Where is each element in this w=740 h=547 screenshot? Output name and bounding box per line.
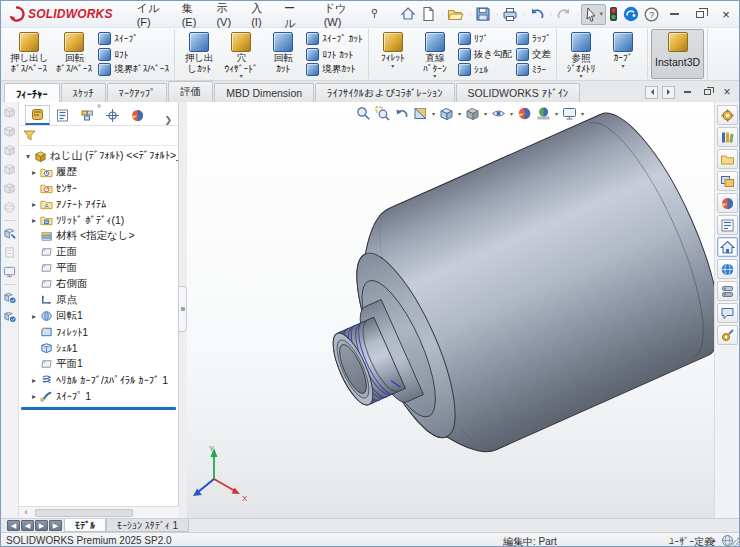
tree-item-revolve1[interactable]: ▸ 回転1 [19,308,178,324]
motion-study-tab[interactable]: ﾓｰｼｮﾝ ｽﾀﾃﾞｨ 1 [106,519,189,532]
chevron-down-icon[interactable]: ▾ [432,110,435,117]
graphics-viewport[interactable]: Y X ▾ ▾ ▾ ▾ ▾ ▾ [187,102,716,518]
view-palette-icon[interactable] [717,171,738,191]
view-orientation-button[interactable] [438,105,455,122]
apply-scene-button[interactable] [535,105,552,122]
lofted-boss-button[interactable]: ﾛﾌﾄ [98,47,169,62]
expand-arrow-icon[interactable]: ▸ [29,216,39,225]
tree-item-plane1[interactable]: 平面1 [19,356,178,372]
hide-show-items-button[interactable] [490,105,507,122]
shell-button[interactable]: ｼｪﾙ [458,62,512,77]
ghost-sheet-icon[interactable] [3,246,16,259]
view-settings-button[interactable] [561,105,578,122]
lofted-cut-button[interactable]: ﾛﾌﾄ ｶｯﾄ [306,47,363,62]
print-button[interactable] [500,5,520,24]
revolved-cut-button[interactable]: 回転 ｶｯﾄ [262,29,304,79]
wrap-button[interactable]: ﾗｯﾌﾟ [516,31,551,46]
swept-cut-button[interactable]: ｽｲｰﾌﾟ ｶｯﾄ [306,31,363,46]
revolved-boss-base-button[interactable]: 回転 ﾎﾞｽ/ﾍﾞｰｽ [52,29,96,79]
tab-mbd-dimension[interactable]: MBD Dimension [214,83,314,102]
scroll-left-arrow[interactable]: ‹ [19,507,33,518]
dropdown-dot[interactable]: · [575,10,580,19]
last-tab-button[interactable]: ▶ [49,520,62,531]
expand-arrow-icon[interactable]: ▸ [29,200,39,209]
tab-scroll-right-button[interactable] [662,86,675,99]
boundary-cut-button[interactable]: 境界ｶｯﾄ [306,62,363,77]
dropdown-dot[interactable]: · [494,10,499,19]
dropdown-dot[interactable]: · [548,10,553,19]
design-library-icon[interactable] [717,127,738,147]
rebuild-traffic-light-button[interactable] [607,4,620,24]
expand-arrow-icon[interactable]: ▸ [29,392,39,401]
hole-wizard-button[interactable]: 穴 ｳｨｻﾞｰﾄﾞ [220,29,262,79]
chevron-down-icon[interactable]: ▾ [581,110,584,117]
panel-collapse-tab[interactable] [179,286,187,332]
expand-arrow-icon[interactable]: ▸ [29,376,39,385]
chevron-down-icon[interactable]: ▾ [458,110,461,117]
zoom-to-area-button[interactable] [374,105,391,122]
tree-item-history[interactable]: ▸ 履歴 [19,164,178,180]
redo-button[interactable] [554,5,574,23]
chevron-down-icon[interactable]: ▾ [555,110,558,117]
expand-arrow-icon[interactable]: ▾ [23,152,33,161]
appearances-scenes-icon[interactable] [717,193,738,213]
extruded-boss-base-button[interactable]: 押し出し ﾎﾞｽ/ﾍﾞｰｽ [6,29,52,79]
minimize-button[interactable] [661,3,687,25]
expand-arrow-icon[interactable]: ▸ [29,168,39,177]
custom-properties-icon[interactable] [717,215,738,235]
panel-splitter[interactable] [179,102,187,518]
chevron-down-icon[interactable]: ▾ [510,110,513,117]
fillet-button[interactable]: ﾌｨﾚｯﾄ [372,29,414,79]
intersect-button[interactable]: 交差 [516,47,551,62]
scrollbar-track[interactable] [33,508,173,518]
solidworks-forum-icon[interactable] [717,303,738,323]
chevron-down-icon[interactable]: ▾ [484,110,487,117]
3dexperience-icon[interactable] [717,259,738,279]
select-arrow-button[interactable]: ▾ [581,4,606,25]
tree-item-shell1[interactable]: ｼｪﾙ1 [19,340,178,356]
close-button[interactable]: × [713,3,739,25]
compare-bodies-icon[interactable] [3,310,16,323]
model-tab[interactable]: ﾓﾃﾞﾙ [64,519,106,532]
first-tab-button[interactable]: ◀ [7,520,20,531]
tab-scroll-left-button[interactable] [645,86,658,99]
preview-window-icon[interactable] [3,265,16,278]
dropdown-dot[interactable]: · [439,10,444,19]
swept-boss-button[interactable]: ｽｲｰﾌﾟ [98,31,169,46]
tree-item-sweep1[interactable]: ▸ ｽｲｰﾌﾟ 1 [19,388,178,404]
scrollbar-thumb[interactable] [35,509,133,517]
manager-tabs-overflow[interactable]: ❯ [160,115,176,125]
tree-root-item[interactable]: ▾ ねじ山 (ﾃﾞﾌｫﾙﾄ) <<ﾃﾞﾌｫﾙﾄ>_表示状態 [19,148,178,164]
expand-arrow-icon[interactable]: ▸ [29,312,39,321]
tree-item-material[interactable]: 材料 <指定なし> [19,228,178,244]
new-document-button[interactable] [419,4,438,24]
tab-sketch[interactable]: ｽｹｯﾁ [61,83,106,102]
resize-grip[interactable] [729,537,739,547]
rollback-bar[interactable] [21,407,176,410]
display-manager-tab[interactable] [125,105,150,125]
tools-options-icon[interactable] [717,325,738,345]
draft-button[interactable]: 抜き勾配 [458,47,512,62]
tree-item-annotations[interactable]: ▸ A ｱﾉﾃｰﾄ ｱｲﾃﾑ [19,196,178,212]
panel-drag-handle[interactable] [97,104,101,108]
ghost-sphere-icon[interactable] [3,201,16,214]
tree-item-top-plane[interactable]: 平面 [19,260,178,276]
configuration-manager-tab[interactable] [75,105,100,125]
save-button[interactable] [473,4,493,24]
solidworks-resources-icon[interactable] [717,105,738,125]
curves-button[interactable]: ｶｰﾌﾞ [602,29,644,79]
tab-evaluate[interactable]: 評価 [168,81,213,102]
dropdown-dot[interactable]: · [467,10,472,19]
isolate-body-icon[interactable] [3,227,16,240]
doc-restore-button[interactable] [699,85,715,99]
extruded-cut-button[interactable]: 押し出 しｶｯﾄ [178,29,220,79]
restore-button[interactable] [687,3,713,25]
tree-item-front-plane[interactable]: 正面 [19,244,178,260]
3dexperience-login-avatar[interactable] [621,4,641,24]
next-tab-button[interactable]: ▶ [35,520,48,531]
doc-minimize-button[interactable] [679,85,695,99]
solidworks-add-ins-icon[interactable] [717,281,738,301]
tab-lifecycle-collaboration[interactable]: ﾗｲﾌｻｲｸﾙおよびｺﾗﾎﾞﾚｰｼｮﾝ [315,83,455,102]
section-view-button[interactable] [412,105,429,122]
edit-appearance-button[interactable] [516,105,533,122]
